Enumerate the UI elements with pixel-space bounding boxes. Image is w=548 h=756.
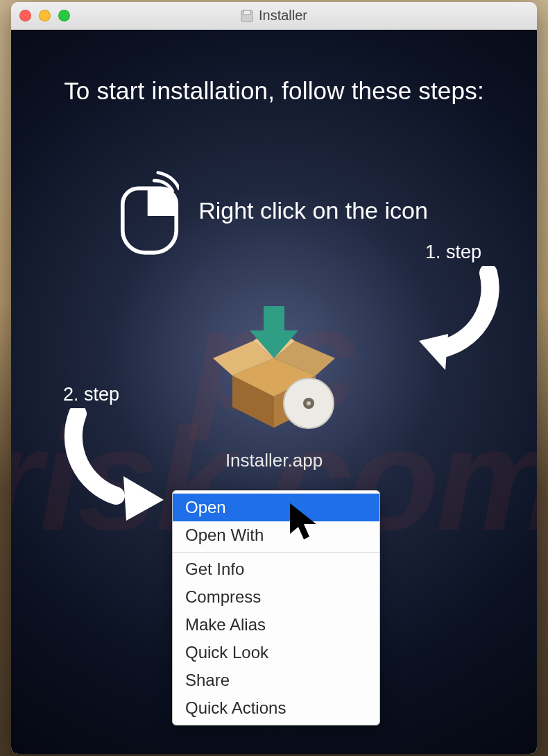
menu-item-open-with[interactable]: Open With [173,521,379,549]
menu-separator [173,552,379,553]
title-bar: Installer [11,2,537,30]
mouse-right-click-icon [120,164,179,258]
menu-item-get-info[interactable]: Get Info [173,555,379,583]
installer-app-icon [205,292,343,431]
context-menu: Open Open With Get Info Compress Make Al… [172,490,380,725]
arrow-step2-icon [60,408,171,523]
svg-point-14 [307,401,311,405]
window-title: Installer [11,8,537,24]
menu-item-make-alias[interactable]: Make Alias [173,611,379,639]
step2-label: 2. step [63,384,119,405]
step-instruction-text: Right click on the icon [198,197,428,224]
svg-marker-4 [123,476,164,521]
installer-window: Installer pc risk.com To start installat… [11,2,537,754]
disk-icon [241,10,253,22]
minimize-button[interactable] [39,10,51,22]
step1-label: 1. step [425,242,481,263]
content-area: pc risk.com To start installation, follo… [11,30,537,754]
svg-rect-1 [243,10,250,15]
menu-item-quick-actions[interactable]: Quick Actions [173,694,379,722]
zoom-button[interactable] [58,10,70,22]
traffic-lights [19,10,70,22]
menu-item-quick-look[interactable]: Quick Look [173,639,379,666]
app-name-label: Installer.app [225,450,323,471]
arrow-step1-icon [406,266,504,377]
svg-marker-3 [419,334,448,370]
menu-item-open[interactable]: Open [173,494,379,521]
menu-item-share[interactable]: Share [173,666,379,694]
menu-item-compress[interactable]: Compress [173,583,379,611]
window-title-text: Installer [259,8,307,24]
svg-marker-15 [290,503,316,539]
instruction-heading: To start installation, follow these step… [11,30,537,105]
cursor-icon [289,502,323,544]
close-button[interactable] [19,10,31,22]
